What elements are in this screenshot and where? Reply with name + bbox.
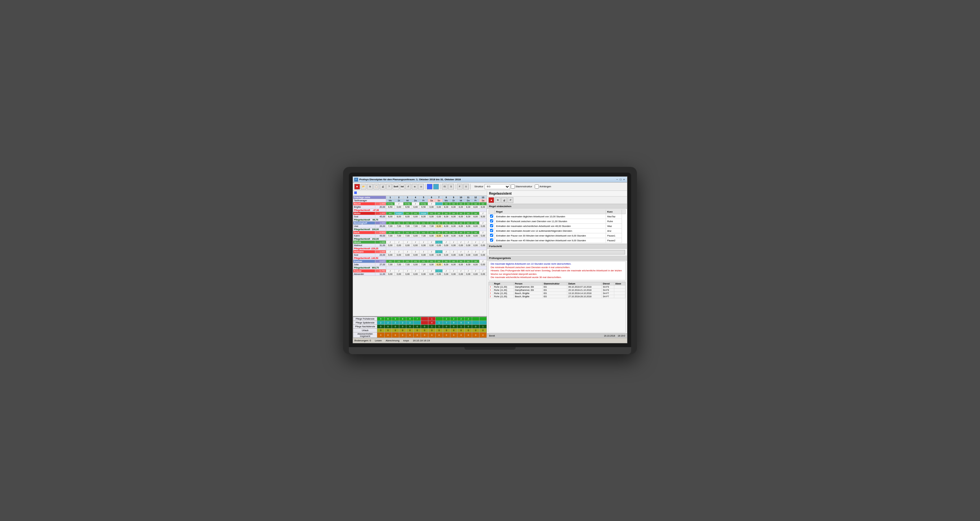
- shift-cell[interactable]: 7,00: [428, 225, 435, 228]
- soll-button[interactable]: Soll: [393, 184, 399, 190]
- shift-cell[interactable]: /: [472, 241, 479, 244]
- shift-cell[interactable]: /: [403, 250, 412, 253]
- shift-cell[interactable]: 0,00: [395, 272, 403, 276]
- shift-cell[interactable]: 7,00: [386, 263, 395, 266]
- shift-cell[interactable]: F4QM: [419, 212, 428, 215]
- shift-cell[interactable]: 7,00: [403, 234, 412, 237]
- shift-cell[interactable]: 8,00: [472, 234, 479, 237]
- shift-cell[interactable]: /: [442, 241, 450, 244]
- minimize-button[interactable]: −: [616, 178, 619, 181]
- copy-button[interactable]: ⧉: [367, 184, 373, 190]
- grid2-button[interactable]: ⊟: [418, 184, 424, 190]
- shift-cell[interactable]: 8,00: [465, 263, 472, 266]
- regel-checkbox-1[interactable]: [490, 215, 493, 218]
- check-cell-6[interactable]: [489, 238, 495, 243]
- regel-checkbox-6[interactable]: [490, 239, 493, 242]
- shift-cell[interactable]: 0,00: [472, 253, 479, 257]
- shift-cell[interactable]: 0,00: [450, 272, 457, 276]
- shift-cell[interactable]: 0,00: [442, 253, 450, 257]
- shift-cell[interactable]: 0,00: [412, 234, 419, 237]
- shift-cell[interactable]: 0,00: [479, 253, 487, 257]
- shift-cell[interactable]: 0,00: [465, 272, 472, 276]
- shift-cell[interactable]: S4: [472, 202, 479, 206]
- shift-cell[interactable]: 8,00: [472, 215, 479, 218]
- shift-cell[interactable]: [435, 202, 442, 206]
- shift-cell[interactable]: F2 Me: [386, 202, 395, 206]
- check-cell-1[interactable]: [489, 214, 495, 219]
- shift-cell[interactable]: S4: [442, 231, 450, 234]
- shift-cell[interactable]: 8,00: [465, 215, 472, 218]
- shift-cell[interactable]: F3: [395, 221, 403, 225]
- shift-cell[interactable]: /: [419, 250, 428, 253]
- print-button[interactable]: 🖨: [380, 184, 385, 190]
- shift-cell[interactable]: 0,00: [428, 234, 435, 237]
- shift-cell[interactable]: /: [419, 241, 428, 244]
- close-button[interactable]: ×: [622, 178, 626, 181]
- shift-cell[interactable]: 7,00: [403, 263, 412, 266]
- open-button[interactable]: 📂: [361, 184, 366, 190]
- shift-cell[interactable]: F3: [386, 231, 395, 234]
- shift-cell[interactable]: 0,00: [412, 215, 419, 218]
- shift-cell[interactable]: S4: [465, 202, 472, 206]
- shift-cell[interactable]: 7,00: [412, 225, 419, 228]
- shift-cell[interactable]: S4: [465, 221, 472, 225]
- shift-cell[interactable]: /: [479, 241, 487, 244]
- shift-cell[interactable]: 0,00: [479, 244, 487, 247]
- shift-cell[interactable]: S4: [457, 212, 465, 215]
- shift-cell[interactable]: S4: [450, 231, 457, 234]
- results-container[interactable]: Regel Person Stammstruktur Datum Dienst …: [488, 282, 626, 333]
- shift-cell[interactable]: /: [457, 269, 465, 272]
- shift-cell[interactable]: F3: [386, 260, 395, 263]
- shift-cell[interactable]: 8,00: [450, 263, 457, 266]
- shift-cell[interactable]: 8,00: [457, 215, 465, 218]
- icon4-button[interactable]: U: [463, 184, 469, 190]
- shift-cell[interactable]: 7,00: [419, 225, 428, 228]
- shift-cell[interactable]: 0,00: [386, 272, 395, 276]
- check-cell-4[interactable]: [489, 229, 495, 233]
- shift-cell[interactable]: 0,00: [412, 253, 419, 257]
- shift-cell[interactable]: 8,00: [395, 215, 403, 218]
- regel-checkbox-2[interactable]: [490, 219, 493, 223]
- shift-cell[interactable]: /: [386, 269, 395, 272]
- shift-cell[interactable]: 0,00: [457, 244, 465, 247]
- shift-cell[interactable]: 7,00: [419, 234, 428, 237]
- shift-cell[interactable]: F3: [403, 231, 412, 234]
- shift-cell[interactable]: /: [386, 241, 395, 244]
- shift-cell[interactable]: 8,00: [457, 263, 465, 266]
- shift-cell[interactable]: 8,00: [465, 225, 472, 228]
- shift-cell[interactable]: S4: [442, 221, 450, 225]
- shift-cell[interactable]: /: [435, 250, 442, 253]
- shift-cell[interactable]: 0,00: [395, 244, 403, 247]
- shift-cell[interactable]: 0,00: [479, 263, 487, 266]
- shift-cell[interactable]: 8,00: [479, 215, 487, 218]
- schedule-scroll[interactable]: Feiertage siehe 1 2 3 4 5 6 7 8: [353, 196, 487, 316]
- check-cell-2[interactable]: [489, 219, 495, 224]
- shift-cell[interactable]: S4: [465, 212, 472, 215]
- help-button[interactable]: ?: [386, 184, 392, 190]
- shift-cell[interactable]: 0,00: [457, 272, 465, 276]
- shift-cell[interactable]: /: [450, 269, 457, 272]
- shift-cell[interactable]: /: [428, 269, 435, 272]
- check-cell-3[interactable]: [489, 224, 495, 229]
- regel-checkbox-5[interactable]: [490, 234, 493, 237]
- shift-cell[interactable]: S4: [472, 231, 479, 234]
- shift-cell[interactable]: 0,00: [479, 272, 487, 276]
- shift-cell[interactable]: 0,00: [450, 253, 457, 257]
- shift-cell[interactable]: 0,00: [395, 253, 403, 257]
- shift-cell[interactable]: S4: [457, 202, 465, 206]
- shift-cell[interactable]: 0,00: [428, 263, 435, 266]
- shift-cell[interactable]: S4: [465, 231, 472, 234]
- shift-cell[interactable]: S4: [472, 221, 479, 225]
- shift-cell[interactable]: 8,00: [457, 206, 465, 209]
- shift-cell[interactable]: 0,00: [419, 272, 428, 276]
- shift-cell[interactable]: /: [412, 202, 419, 206]
- maximize-button[interactable]: □: [619, 178, 622, 181]
- ist-button[interactable]: Ist: [400, 184, 405, 190]
- shift-cell[interactable]: S4: [450, 202, 457, 206]
- shift-cell[interactable]: /: [442, 269, 450, 272]
- shift-cell[interactable]: S4: [450, 212, 457, 215]
- shift-cell[interactable]: 0,00: [419, 253, 428, 257]
- shift-cell[interactable]: /: [435, 241, 442, 244]
- shift-cell[interactable]: F3: [395, 260, 403, 263]
- shift-cell[interactable]: /: [403, 269, 412, 272]
